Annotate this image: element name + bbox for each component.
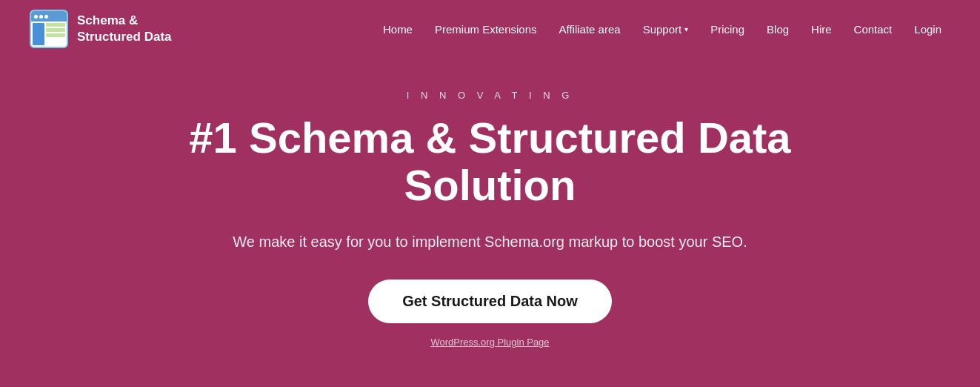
header: Schema & Structured Data Home Premium Ex…: [0, 0, 980, 58]
nav-item-blog[interactable]: Blog: [758, 17, 798, 42]
logo[interactable]: Schema & Structured Data: [30, 10, 172, 48]
nav-item-premium[interactable]: Premium Extensions: [426, 17, 546, 42]
logo-text: Schema & Structured Data: [77, 13, 172, 45]
nav-item-pricing[interactable]: Pricing: [701, 17, 753, 42]
nav-item-home[interactable]: Home: [374, 17, 421, 42]
page-wrapper: Schema & Structured Data Home Premium Ex…: [0, 0, 980, 387]
logo-icon: [30, 10, 68, 48]
hero-subtitle: We make it easy for you to implement Sch…: [233, 231, 747, 253]
nav-item-support[interactable]: Support ▾: [634, 17, 698, 42]
nav-item-contact[interactable]: Contact: [845, 17, 901, 42]
hero-section: I N N O V A T I N G #1 Schema & Structur…: [0, 58, 980, 387]
main-nav: Home Premium Extensions Affiliate area S…: [374, 17, 950, 42]
cta-button[interactable]: Get Structured Data Now: [368, 280, 612, 323]
nav-item-affiliate[interactable]: Affiliate area: [550, 17, 630, 42]
hero-title: #1 Schema & Structured Data Solution: [157, 114, 824, 209]
nav-item-hire[interactable]: Hire: [802, 17, 841, 42]
support-chevron-icon: ▾: [684, 25, 688, 33]
wordpress-plugin-link[interactable]: WordPress.org Plugin Page: [430, 337, 549, 348]
hero-tagline: I N N O V A T I N G: [407, 90, 574, 101]
nav-item-login[interactable]: Login: [905, 17, 950, 42]
